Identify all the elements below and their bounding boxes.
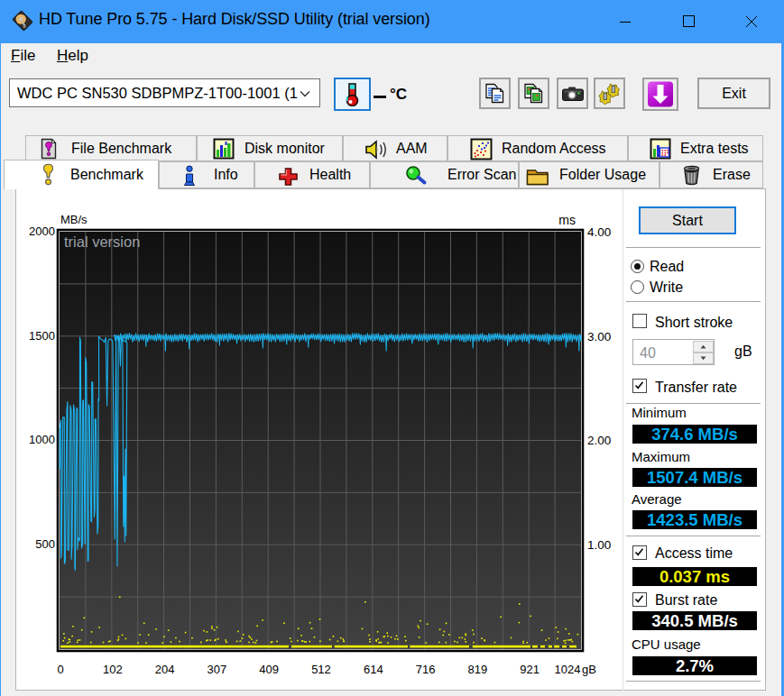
- svg-text:trial version: trial version: [64, 234, 140, 250]
